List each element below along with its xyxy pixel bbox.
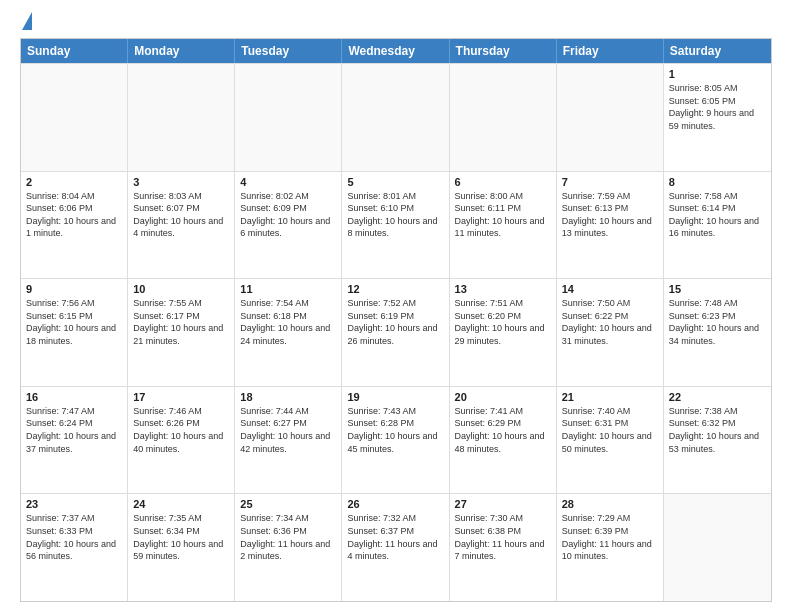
day-info: Sunrise: 7:58 AM Sunset: 6:14 PM Dayligh…: [669, 190, 766, 240]
day-info: Sunrise: 7:38 AM Sunset: 6:32 PM Dayligh…: [669, 405, 766, 455]
calendar-cell: 20Sunrise: 7:41 AM Sunset: 6:29 PM Dayli…: [450, 387, 557, 494]
calendar-cell: 26Sunrise: 7:32 AM Sunset: 6:37 PM Dayli…: [342, 494, 449, 601]
calendar-cell: [21, 64, 128, 171]
calendar-cell: 7Sunrise: 7:59 AM Sunset: 6:13 PM Daylig…: [557, 172, 664, 279]
logo: [20, 16, 32, 30]
calendar-cell: 4Sunrise: 8:02 AM Sunset: 6:09 PM Daylig…: [235, 172, 342, 279]
calendar-cell: [235, 64, 342, 171]
day-info: Sunrise: 7:30 AM Sunset: 6:38 PM Dayligh…: [455, 512, 551, 562]
calendar-header: SundayMondayTuesdayWednesdayThursdayFrid…: [21, 39, 771, 63]
calendar-cell: 10Sunrise: 7:55 AM Sunset: 6:17 PM Dayli…: [128, 279, 235, 386]
day-number: 18: [240, 391, 336, 403]
day-number: 25: [240, 498, 336, 510]
day-number: 4: [240, 176, 336, 188]
day-number: 27: [455, 498, 551, 510]
day-number: 6: [455, 176, 551, 188]
day-number: 8: [669, 176, 766, 188]
calendar-cell: [557, 64, 664, 171]
day-number: 28: [562, 498, 658, 510]
day-info: Sunrise: 7:35 AM Sunset: 6:34 PM Dayligh…: [133, 512, 229, 562]
day-header-tuesday: Tuesday: [235, 39, 342, 63]
calendar-cell: 18Sunrise: 7:44 AM Sunset: 6:27 PM Dayli…: [235, 387, 342, 494]
logo-text-block: [20, 16, 32, 30]
day-number: 26: [347, 498, 443, 510]
day-info: Sunrise: 7:32 AM Sunset: 6:37 PM Dayligh…: [347, 512, 443, 562]
day-number: 3: [133, 176, 229, 188]
calendar-cell: 12Sunrise: 7:52 AM Sunset: 6:19 PM Dayli…: [342, 279, 449, 386]
day-info: Sunrise: 8:02 AM Sunset: 6:09 PM Dayligh…: [240, 190, 336, 240]
day-info: Sunrise: 7:43 AM Sunset: 6:28 PM Dayligh…: [347, 405, 443, 455]
day-number: 11: [240, 283, 336, 295]
day-number: 10: [133, 283, 229, 295]
day-info: Sunrise: 7:34 AM Sunset: 6:36 PM Dayligh…: [240, 512, 336, 562]
calendar-cell: 17Sunrise: 7:46 AM Sunset: 6:26 PM Dayli…: [128, 387, 235, 494]
day-number: 5: [347, 176, 443, 188]
calendar-cell: 19Sunrise: 7:43 AM Sunset: 6:28 PM Dayli…: [342, 387, 449, 494]
calendar-cell: 16Sunrise: 7:47 AM Sunset: 6:24 PM Dayli…: [21, 387, 128, 494]
calendar-cell: [450, 64, 557, 171]
day-info: Sunrise: 7:59 AM Sunset: 6:13 PM Dayligh…: [562, 190, 658, 240]
calendar-cell: 6Sunrise: 8:00 AM Sunset: 6:11 PM Daylig…: [450, 172, 557, 279]
logo-triangle-icon: [22, 12, 32, 30]
calendar-cell: 5Sunrise: 8:01 AM Sunset: 6:10 PM Daylig…: [342, 172, 449, 279]
calendar-cell: 1Sunrise: 8:05 AM Sunset: 6:05 PM Daylig…: [664, 64, 771, 171]
calendar-week-2: 2Sunrise: 8:04 AM Sunset: 6:06 PM Daylig…: [21, 171, 771, 279]
calendar-cell: 21Sunrise: 7:40 AM Sunset: 6:31 PM Dayli…: [557, 387, 664, 494]
day-number: 12: [347, 283, 443, 295]
calendar-cell: [664, 494, 771, 601]
day-info: Sunrise: 7:29 AM Sunset: 6:39 PM Dayligh…: [562, 512, 658, 562]
calendar-cell: 3Sunrise: 8:03 AM Sunset: 6:07 PM Daylig…: [128, 172, 235, 279]
calendar-cell: 11Sunrise: 7:54 AM Sunset: 6:18 PM Dayli…: [235, 279, 342, 386]
day-header-saturday: Saturday: [664, 39, 771, 63]
calendar-cell: 14Sunrise: 7:50 AM Sunset: 6:22 PM Dayli…: [557, 279, 664, 386]
day-number: 17: [133, 391, 229, 403]
page: SundayMondayTuesdayWednesdayThursdayFrid…: [0, 0, 792, 612]
calendar-cell: 9Sunrise: 7:56 AM Sunset: 6:15 PM Daylig…: [21, 279, 128, 386]
calendar-cell: 24Sunrise: 7:35 AM Sunset: 6:34 PM Dayli…: [128, 494, 235, 601]
day-number: 19: [347, 391, 443, 403]
day-info: Sunrise: 7:54 AM Sunset: 6:18 PM Dayligh…: [240, 297, 336, 347]
calendar-cell: 23Sunrise: 7:37 AM Sunset: 6:33 PM Dayli…: [21, 494, 128, 601]
day-info: Sunrise: 7:41 AM Sunset: 6:29 PM Dayligh…: [455, 405, 551, 455]
day-info: Sunrise: 8:00 AM Sunset: 6:11 PM Dayligh…: [455, 190, 551, 240]
day-number: 20: [455, 391, 551, 403]
calendar-cell: 2Sunrise: 8:04 AM Sunset: 6:06 PM Daylig…: [21, 172, 128, 279]
calendar-cell: 28Sunrise: 7:29 AM Sunset: 6:39 PM Dayli…: [557, 494, 664, 601]
calendar-body: 1Sunrise: 8:05 AM Sunset: 6:05 PM Daylig…: [21, 63, 771, 601]
day-number: 21: [562, 391, 658, 403]
day-header-wednesday: Wednesday: [342, 39, 449, 63]
calendar-cell: 25Sunrise: 7:34 AM Sunset: 6:36 PM Dayli…: [235, 494, 342, 601]
day-number: 23: [26, 498, 122, 510]
day-info: Sunrise: 7:56 AM Sunset: 6:15 PM Dayligh…: [26, 297, 122, 347]
calendar-cell: 22Sunrise: 7:38 AM Sunset: 6:32 PM Dayli…: [664, 387, 771, 494]
day-number: 15: [669, 283, 766, 295]
day-info: Sunrise: 7:44 AM Sunset: 6:27 PM Dayligh…: [240, 405, 336, 455]
calendar-cell: 8Sunrise: 7:58 AM Sunset: 6:14 PM Daylig…: [664, 172, 771, 279]
day-number: 1: [669, 68, 766, 80]
day-header-sunday: Sunday: [21, 39, 128, 63]
day-number: 24: [133, 498, 229, 510]
day-info: Sunrise: 7:40 AM Sunset: 6:31 PM Dayligh…: [562, 405, 658, 455]
day-number: 9: [26, 283, 122, 295]
calendar-week-3: 9Sunrise: 7:56 AM Sunset: 6:15 PM Daylig…: [21, 278, 771, 386]
calendar-cell: [128, 64, 235, 171]
day-info: Sunrise: 7:55 AM Sunset: 6:17 PM Dayligh…: [133, 297, 229, 347]
day-info: Sunrise: 7:51 AM Sunset: 6:20 PM Dayligh…: [455, 297, 551, 347]
day-number: 7: [562, 176, 658, 188]
day-header-friday: Friday: [557, 39, 664, 63]
calendar: SundayMondayTuesdayWednesdayThursdayFrid…: [20, 38, 772, 602]
calendar-cell: [342, 64, 449, 171]
day-number: 2: [26, 176, 122, 188]
day-info: Sunrise: 7:52 AM Sunset: 6:19 PM Dayligh…: [347, 297, 443, 347]
day-info: Sunrise: 8:01 AM Sunset: 6:10 PM Dayligh…: [347, 190, 443, 240]
header: [20, 16, 772, 30]
day-info: Sunrise: 7:48 AM Sunset: 6:23 PM Dayligh…: [669, 297, 766, 347]
day-number: 16: [26, 391, 122, 403]
calendar-cell: 15Sunrise: 7:48 AM Sunset: 6:23 PM Dayli…: [664, 279, 771, 386]
day-info: Sunrise: 7:47 AM Sunset: 6:24 PM Dayligh…: [26, 405, 122, 455]
calendar-cell: 27Sunrise: 7:30 AM Sunset: 6:38 PM Dayli…: [450, 494, 557, 601]
calendar-week-1: 1Sunrise: 8:05 AM Sunset: 6:05 PM Daylig…: [21, 63, 771, 171]
calendar-cell: 13Sunrise: 7:51 AM Sunset: 6:20 PM Dayli…: [450, 279, 557, 386]
day-number: 22: [669, 391, 766, 403]
day-info: Sunrise: 7:46 AM Sunset: 6:26 PM Dayligh…: [133, 405, 229, 455]
